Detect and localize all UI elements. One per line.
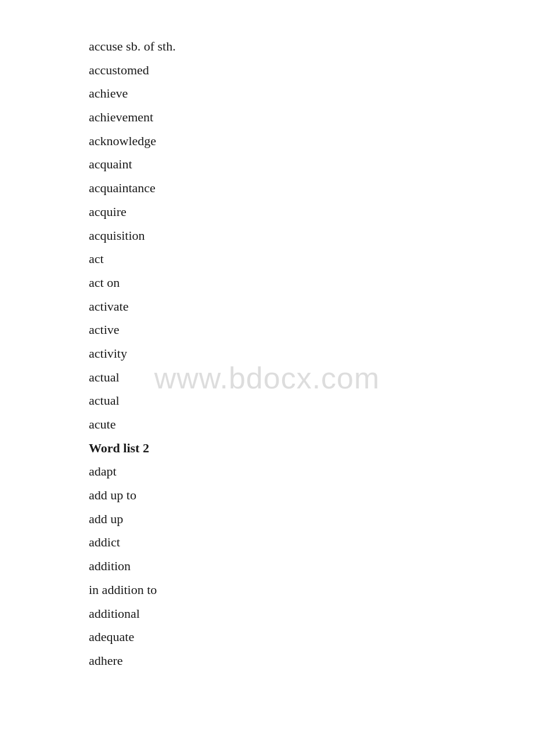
list-item: add up [89,507,534,531]
list-item: addition [89,555,534,578]
list-item: act on [89,271,534,295]
list-item: actual [89,366,534,390]
word-list-container: accuse sb. of sth.accustomedachieveachie… [0,0,534,708]
list-item: adhere [89,649,534,673]
list-item: acquisition [89,224,534,248]
list-item: acknowledge [89,129,534,153]
list-item: active [89,318,534,342]
list-item: act [89,247,534,271]
list-item: acute [89,413,534,437]
list-item: acquire [89,200,534,224]
list-item: adequate [89,625,534,649]
list-item: activate [89,295,534,319]
list-item: addict [89,531,534,555]
list-item: accustomed [89,59,534,82]
list-item: achieve [89,82,534,106]
list-item: acquaintance [89,177,534,200]
list-item: add up to [89,484,534,507]
list-item: acquaint [89,153,534,177]
list-item: adapt [89,460,534,484]
section-header: Word list 2 [89,437,534,460]
list-item: additional [89,602,534,626]
list-item: activity [89,342,534,366]
list-item: achievement [89,106,534,129]
list-item: actual [89,389,534,413]
list-item: accuse sb. of sth. [89,35,534,59]
list-item: in addition to [89,578,534,602]
